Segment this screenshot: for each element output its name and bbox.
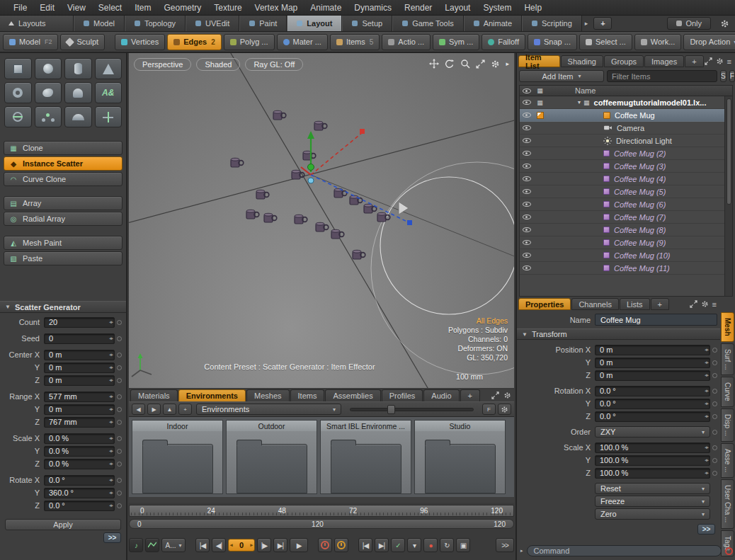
channel-dot-icon[interactable]: [712, 471, 717, 476]
scatter-generator-header[interactable]: ▼ Scatter Generator: [0, 301, 126, 313]
record-button[interactable]: ●: [423, 538, 438, 552]
tree-item-instance[interactable]: Coffee Mug (10): [520, 249, 732, 262]
preset-folder-smart-ibl[interactable]: Smart IBL Environme ...: [320, 420, 411, 494]
tree-item-coffee-mug[interactable]: Coffee Mug: [520, 109, 732, 122]
menu-render[interactable]: Render: [398, 3, 438, 13]
channel-dot-icon[interactable]: [117, 462, 122, 467]
dome-tool-button[interactable]: [64, 106, 92, 127]
key-options-button[interactable]: ▾: [407, 538, 421, 552]
layout-tab-model[interactable]: Model: [74, 16, 125, 31]
falloff-button[interactable]: Falloff: [482, 34, 525, 50]
layout-tab-paint[interactable]: Paint: [239, 16, 287, 31]
snap-button[interactable]: Snap ...: [528, 34, 577, 50]
scale-x-field[interactable]: 0.0 %: [44, 433, 115, 444]
cylinder-tool-button[interactable]: [64, 58, 92, 79]
tree-item-instance[interactable]: Coffee Mug (3): [520, 160, 732, 173]
maximize-icon[interactable]: [491, 392, 499, 399]
search-mode-button[interactable]: S: [720, 70, 727, 82]
channel-dot-icon[interactable]: [712, 373, 717, 378]
command-history-icon[interactable]: [725, 547, 733, 555]
tab-channels[interactable]: Channels: [571, 298, 618, 310]
eye-icon[interactable]: [523, 138, 531, 143]
center-z-field[interactable]: 0 m: [44, 375, 115, 386]
tree-item-instance[interactable]: Coffee Mug (4): [520, 173, 732, 185]
item-list-scrollbar[interactable]: [724, 96, 732, 296]
reset-dropdown-button[interactable]: Reset▾: [595, 483, 710, 494]
channel-dot-icon[interactable]: [712, 348, 717, 353]
layout-tab-topology[interactable]: Topology: [125, 16, 186, 31]
drop-action-dropdown[interactable]: Drop Action ▾: [683, 34, 735, 50]
menu-view[interactable]: View: [61, 3, 92, 13]
layout-tab-scripting[interactable]: Scripting: [522, 16, 582, 31]
left-panel-more-button[interactable]: >>: [103, 532, 121, 543]
apply-button[interactable]: Apply: [5, 519, 121, 530]
eye-icon[interactable]: [523, 202, 531, 207]
tab-profiles[interactable]: Profiles: [382, 389, 423, 401]
viewport-3d[interactable]: Perspective Shaded Ray GL: Off ▸ All Edg…: [129, 53, 514, 388]
model-mode-button[interactable]: Model F2: [3, 34, 58, 50]
scale-y-field[interactable]: 0.0 %: [44, 446, 115, 457]
filter-items-input[interactable]: [607, 70, 717, 82]
channel-dot-icon[interactable]: [117, 491, 122, 496]
eye-icon[interactable]: [523, 189, 531, 194]
tab-meshes[interactable]: Meshes: [246, 389, 290, 401]
play-button[interactable]: ▶: [290, 538, 308, 552]
paste-tool[interactable]: ▧Paste: [4, 251, 122, 265]
tree-item-directional-light[interactable]: Directional Light: [520, 135, 732, 147]
center-handle-ball[interactable]: [308, 178, 314, 183]
scale-x-field[interactable]: 100.0 %: [595, 442, 710, 453]
range-y-field[interactable]: 0 m: [44, 404, 115, 415]
tree-item-instance[interactable]: Coffee Mug (7): [520, 211, 732, 224]
capsule-tool-button[interactable]: [64, 82, 92, 103]
select-button[interactable]: Select ...: [579, 34, 632, 50]
layoutbar-settings-button[interactable]: [714, 16, 735, 31]
tree-item-camera[interactable]: Camera: [520, 122, 732, 135]
layout-tab-game-tools[interactable]: Game Tools: [392, 16, 464, 31]
instance-scatter-tool[interactable]: ◆Instance Scatter: [4, 156, 122, 171]
blue-handle-end[interactable]: [407, 220, 412, 225]
skeleton-tool-button[interactable]: [35, 106, 62, 127]
vertices-button[interactable]: Vertices: [115, 34, 165, 50]
gear-icon[interactable]: [716, 57, 724, 65]
add-tab-button[interactable]: +: [460, 389, 480, 401]
radial-array-tool[interactable]: ◎Radial Array: [4, 212, 122, 226]
menu-dynamics[interactable]: Dynamics: [348, 3, 398, 13]
eye-icon[interactable]: [523, 227, 531, 232]
only-toggle-button[interactable]: Only: [667, 17, 711, 30]
tab-groups[interactable]: Groups: [604, 55, 644, 67]
raygl-toggle[interactable]: Ray GL: Off: [245, 58, 303, 71]
add-tab-button[interactable]: +: [651, 298, 669, 310]
command-input[interactable]: Command: [527, 545, 722, 556]
browser-settings-button[interactable]: [498, 404, 511, 415]
tab-environments[interactable]: Environments: [178, 389, 246, 401]
channel-dot-icon[interactable]: [712, 414, 717, 419]
eye-icon[interactable]: [523, 176, 531, 181]
blue-axis-handle[interactable]: [311, 175, 410, 223]
side-tab-mesh[interactable]: Mesh: [721, 312, 734, 342]
action-center-button[interactable]: Actio ...: [382, 34, 431, 50]
position-x-field[interactable]: 0 m: [595, 345, 710, 355]
cube-tool-button[interactable]: [4, 58, 32, 79]
projection-dropdown[interactable]: Perspective: [134, 58, 191, 71]
menu-file[interactable]: File: [7, 3, 33, 13]
green-handle-ball[interactable]: [308, 164, 314, 171]
axis-tool-button[interactable]: [95, 106, 122, 127]
seed-field[interactable]: 0: [44, 333, 115, 344]
add-tab-button[interactable]: +: [685, 55, 703, 67]
sphere-gizmo-tool-button[interactable]: [4, 106, 32, 127]
clone-tool[interactable]: ▦Clone: [4, 141, 122, 155]
menu-geometry[interactable]: Geometry: [158, 3, 208, 13]
layout-tab-uvedit[interactable]: UVEdit: [186, 16, 239, 31]
menu-vertex-map[interactable]: Vertex Map: [249, 3, 304, 13]
menu-layout[interactable]: Layout: [438, 3, 477, 13]
forward-button[interactable]: ▶: [147, 404, 161, 415]
range-z-field[interactable]: 767 mm: [44, 417, 115, 428]
symmetry-button[interactable]: Sym ...: [433, 34, 479, 50]
falloff-circle[interactable]: [380, 177, 514, 314]
mesh-paint-tool[interactable]: ◭Mesh Paint: [4, 236, 122, 250]
tree-item-instance[interactable]: Coffee Mug (11): [520, 262, 732, 275]
torus-tool-button[interactable]: [4, 82, 32, 103]
channel-dot-icon[interactable]: [117, 365, 122, 370]
tree-item-instance[interactable]: Coffee Mug (8): [520, 224, 732, 236]
eye-icon[interactable]: [523, 125, 531, 130]
